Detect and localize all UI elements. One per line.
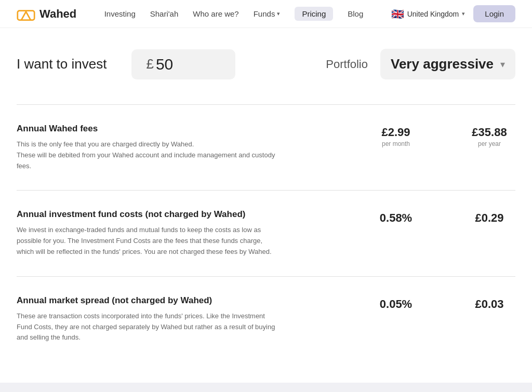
logo-text: Wahed <box>39 7 76 21</box>
invest-label: I want to invest <box>17 56 107 72</box>
nav-investing[interactable]: Investing <box>104 9 136 18</box>
fee-amount-year: £35.88 <box>463 126 515 139</box>
fee-text-spread: Annual market spread (not charged by Wah… <box>17 295 276 343</box>
country-selector[interactable]: 🇬🇧 United Kingdom ▾ <box>391 8 466 20</box>
fee-text-fund: Annual investment fund costs (not charge… <box>17 209 276 257</box>
fee-desc-spread: These are transaction costs incorporated… <box>17 311 276 343</box>
fee-desc-wahed: This is the only fee that you are charge… <box>17 139 276 171</box>
fee-values-wahed: £2.99 per month £35.88 per year <box>370 124 515 147</box>
fee-amount-month: £2.99 <box>370 126 422 139</box>
navbar: Wahed Investing Shari'ah Who are we? Fun… <box>0 0 532 28</box>
country-arrow-icon: ▾ <box>462 10 465 17</box>
nav-links: Investing Shari'ah Who are we? Funds ▾ P… <box>104 7 364 21</box>
fee-amount-percent-spread: 0.05% <box>370 298 422 311</box>
fee-per-year-wahed: £35.88 per year <box>463 126 515 147</box>
fee-percent-spread: 0.05% <box>370 298 422 311</box>
portfolio-row: Portfolio Very aggressive ▾ <box>326 49 515 79</box>
fee-title-spread: Annual market spread (not charged by Wah… <box>17 295 276 306</box>
main-content: I want to invest £ Portfolio Very aggres… <box>0 28 532 392</box>
funds-arrow-icon: ▾ <box>277 10 280 17</box>
logo[interactable]: Wahed <box>17 7 76 21</box>
fee-amount-gbp-spread: £0.03 <box>463 298 515 311</box>
flag-icon: 🇬🇧 <box>391 8 404 20</box>
nav-right: 🇬🇧 United Kingdom ▾ Login <box>391 5 515 22</box>
fee-gbp-spread: £0.03 <box>463 298 515 311</box>
fee-section-wahed: Annual Wahed fees This is the only fee t… <box>17 104 515 190</box>
fee-section-fund: Annual investment fund costs (not charge… <box>17 190 515 276</box>
total-section: Total annual fee Estimated cost of inves… <box>0 383 532 392</box>
invest-row: I want to invest £ Portfolio Very aggres… <box>17 49 515 79</box>
portfolio-select[interactable]: Very aggressive ▾ <box>380 49 515 79</box>
fee-per-month-wahed: £2.99 per month <box>370 126 422 147</box>
fee-period-month: per month <box>370 140 422 147</box>
login-button[interactable]: Login <box>473 5 515 22</box>
country-name: United Kingdom <box>407 10 459 18</box>
nav-funds[interactable]: Funds ▾ <box>254 9 281 18</box>
nav-blog[interactable]: Blog <box>348 9 363 18</box>
nav-pricing[interactable]: Pricing <box>295 7 333 21</box>
fee-title-fund: Annual investment fund costs (not charge… <box>17 209 276 220</box>
portfolio-label: Portfolio <box>326 58 368 71</box>
portfolio-arrow-icon: ▾ <box>500 59 505 70</box>
nav-who-are-we[interactable]: Who are we? <box>193 9 238 18</box>
fee-percent-fund: 0.58% <box>370 211 422 225</box>
nav-shariah[interactable]: Shari'ah <box>150 9 179 18</box>
fee-gbp-fund: £0.29 <box>463 211 515 225</box>
logo-icon <box>17 7 35 21</box>
fee-values-spread: 0.05% £0.03 <box>370 295 515 311</box>
fee-amount-percent: 0.58% <box>370 211 422 225</box>
invest-input-container: £ <box>131 49 235 79</box>
fee-desc-fund: We invest in exchange-traded funds and m… <box>17 225 276 257</box>
fee-period-year: per year <box>463 140 515 147</box>
currency-symbol: £ <box>146 56 153 72</box>
fee-title-wahed: Annual Wahed fees <box>17 124 276 134</box>
invest-amount-input[interactable] <box>156 56 208 73</box>
fee-section-spread: Annual market spread (not charged by Wah… <box>17 276 515 362</box>
fee-amount-gbp: £0.29 <box>463 211 515 225</box>
fee-text-wahed: Annual Wahed fees This is the only fee t… <box>17 124 276 171</box>
fee-values-fund: 0.58% £0.29 <box>370 209 515 225</box>
portfolio-value: Very aggressive <box>391 56 494 72</box>
